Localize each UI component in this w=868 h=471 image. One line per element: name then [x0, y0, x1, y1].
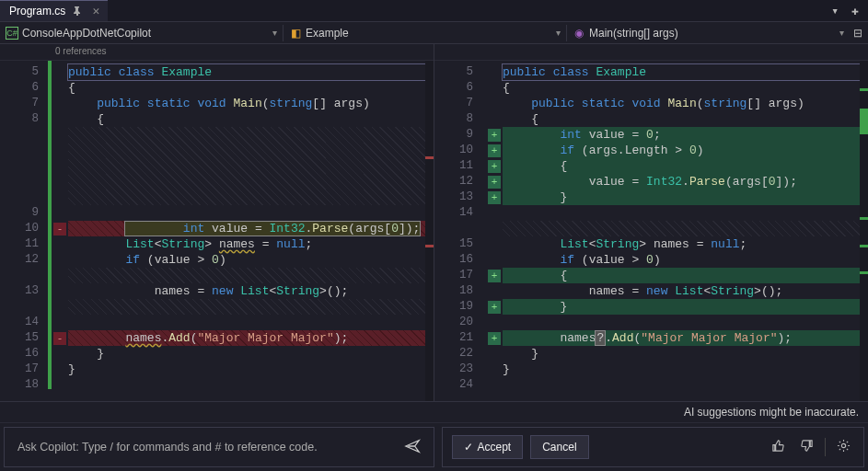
tab-strip: Program.cs ✕ ▾ ✚ — [0, 0, 868, 22]
copilot-input[interactable]: Ask Copilot: Type / for commands and # t… — [4, 427, 434, 467]
diff-editor: 0 references 56789101112131415161718 -- … — [0, 44, 868, 401]
line-gutter: 56789101112131415161718 — [0, 61, 48, 401]
chevron-down-icon: ▾ — [839, 28, 844, 38]
breadcrumb-class[interactable]: ◧ Example ▾ — [284, 27, 566, 40]
breadcrumb: C# ConsoleAppDotNetCopilot ▾ ◧ Example ▾… — [0, 22, 868, 44]
check-icon: ✓ — [464, 441, 473, 454]
thumbs-down-icon[interactable] — [796, 435, 817, 459]
chevron-down-icon: ▾ — [272, 28, 277, 38]
pin-icon[interactable] — [71, 5, 84, 17]
split-editor-icon[interactable]: ⊟ — [850, 23, 868, 43]
file-tab[interactable]: Program.cs ✕ — [0, 0, 108, 21]
overview-ruler[interactable] — [860, 61, 868, 401]
copilot-placeholder: Ask Copilot: Type / for commands and # t… — [17, 441, 397, 454]
close-tab-icon[interactable]: ✕ — [89, 5, 102, 17]
thumbs-up-icon[interactable] — [768, 435, 789, 459]
codelens-references[interactable]: 0 references — [0, 46, 107, 56]
send-icon[interactable] — [404, 438, 421, 457]
class-icon: ◧ — [289, 27, 302, 40]
tab-filename: Program.cs — [9, 5, 65, 17]
breadcrumb-method[interactable]: ◉ Main(string[] args) ▾ — [567, 27, 850, 40]
ai-warning: AI suggestions might be inaccurate. — [0, 402, 868, 423]
code-area[interactable]: public class Example{ public static void… — [503, 61, 868, 401]
gear-icon[interactable] — [833, 435, 854, 459]
window-dropdown-icon[interactable]: ▾ — [827, 0, 842, 22]
overview-ruler[interactable] — [425, 61, 434, 401]
method-icon: ◉ — [573, 27, 585, 40]
csharp-project-icon: C# — [6, 27, 18, 40]
right-pane: 56789101112131415161718192021222324 ++++… — [434, 44, 868, 401]
svg-point-0 — [841, 443, 845, 447]
cancel-button[interactable]: Cancel — [530, 435, 588, 459]
chevron-down-icon: ▾ — [556, 28, 561, 38]
diff-marks: ++++++++ — [486, 61, 503, 401]
left-pane: 0 references 56789101112131415161718 -- … — [0, 44, 434, 401]
breadcrumb-project[interactable]: C# ConsoleAppDotNetCopilot ▾ — [0, 27, 283, 40]
window-add-icon[interactable]: ✚ — [848, 0, 862, 22]
copilot-panel: AI suggestions might be inaccurate. Ask … — [0, 401, 868, 471]
line-gutter: 56789101112131415161718192021222324 — [434, 61, 482, 401]
diff-marks: -- — [52, 61, 68, 401]
code-area[interactable]: public class Example{ public static void… — [68, 61, 434, 401]
accept-button[interactable]: ✓ Accept — [452, 435, 524, 459]
